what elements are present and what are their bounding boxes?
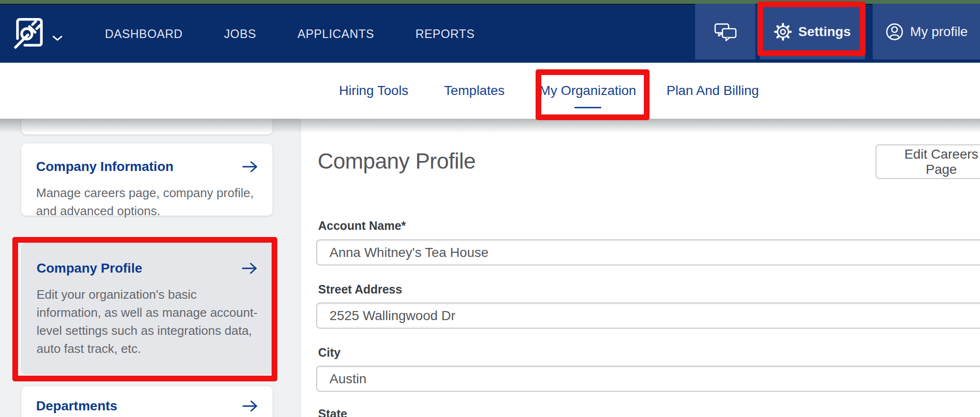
card-description: Manage careers page, company profile, an… (36, 184, 258, 220)
edit-careers-page-button[interactable]: Edit Careers Page (876, 144, 980, 179)
tab-templates[interactable]: Templates (444, 63, 505, 119)
card-title: Company Profile (37, 261, 142, 276)
tab-hiring-tools[interactable]: Hiring Tools (339, 63, 408, 119)
my-profile-label: My profile (910, 24, 968, 39)
street-address-label: Street Address (318, 283, 402, 296)
settings-button[interactable]: Settings (760, 4, 865, 59)
card-title: Company Information (36, 159, 173, 174)
nav-item-applicants[interactable]: APPLICANTS (297, 27, 374, 41)
tab-my-organization[interactable]: My Organization (539, 63, 636, 119)
nav-item-reports[interactable]: REPORTS (415, 27, 475, 41)
app-window: DASHBOARD JOBS APPLICANTS REPORTS (0, 0, 980, 417)
sidebar-card-company-information[interactable]: Company Information Manage careers page,… (21, 143, 273, 216)
gear-icon (774, 23, 792, 41)
my-profile-button[interactable]: My profile (873, 4, 980, 59)
arrow-right-icon (242, 161, 258, 173)
messages-button[interactable] (695, 4, 755, 59)
primary-nav: DASHBOARD JOBS APPLICANTS REPORTS (105, 5, 475, 63)
settings-label: Settings (798, 24, 850, 39)
state-label: State (318, 407, 347, 417)
nav-item-jobs[interactable]: JOBS (224, 27, 256, 41)
logo-dropdown-toggle[interactable] (52, 35, 63, 41)
chat-icon (714, 22, 737, 42)
sidebar-card-company-profile[interactable]: Company Profile Edit your organization's… (21, 243, 273, 374)
person-icon (885, 22, 904, 41)
city-label: City (318, 346, 340, 360)
street-address-field[interactable] (316, 303, 980, 329)
plug-logo-icon (14, 16, 45, 49)
tab-label: Hiring Tools (339, 83, 408, 98)
top-navigation-bar: DASHBOARD JOBS APPLICANTS REPORTS (0, 5, 980, 63)
nav-item-dashboard[interactable]: DASHBOARD (105, 27, 183, 41)
active-tab-underline (575, 107, 601, 108)
settings-tab-bar: Hiring Tools Templates My Organization P… (0, 63, 980, 119)
page-title: Company Profile (318, 148, 476, 174)
account-name-field[interactable] (316, 239, 980, 265)
chevron-down-icon (52, 35, 63, 41)
city-field[interactable] (316, 366, 980, 392)
sidebar-card-partial[interactable] (21, 119, 273, 134)
tab-label: Plan And Billing (667, 83, 759, 98)
arrow-right-icon (242, 262, 258, 275)
arrow-right-icon (242, 400, 258, 412)
card-description: Edit your organization's basic informati… (37, 285, 258, 358)
sidebar-card-departments[interactable]: Departments (21, 386, 273, 417)
card-title: Departments (36, 398, 117, 414)
tab-label: Templates (444, 83, 505, 98)
tab-label: My Organization (539, 83, 636, 98)
company-logo-button[interactable] (14, 16, 45, 49)
account-name-label: Account Name* (318, 219, 406, 233)
tab-plan-and-billing[interactable]: Plan And Billing (667, 63, 759, 119)
